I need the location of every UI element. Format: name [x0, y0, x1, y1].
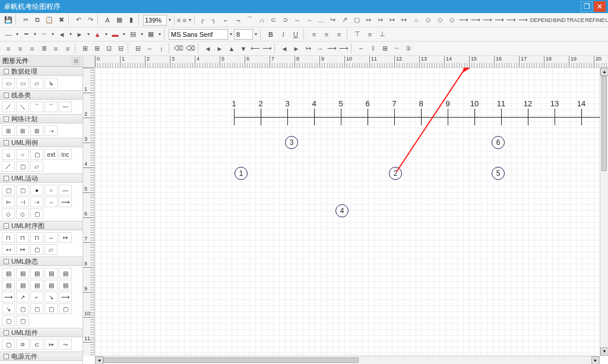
shape-3-2[interactable]: ▢: [30, 149, 43, 160]
zoom-dropdown[interactable]: ▾: [167, 17, 172, 23]
shape-2-3[interactable]: ⇢: [45, 125, 58, 136]
shape-6-0[interactable]: ▤: [2, 268, 15, 278]
sidebar-close-icon[interactable]: ⊠: [72, 57, 80, 65]
shape-2-0[interactable]: ⊞: [2, 125, 15, 136]
arrange-tool-5[interactable]: ≡: [62, 43, 74, 55]
shape-6-21[interactable]: ▢: [16, 315, 29, 326]
undo-button[interactable]: ↶: [72, 14, 84, 26]
zoom-input[interactable]: [143, 15, 167, 26]
shape-6-19[interactable]: ▢: [59, 303, 72, 314]
uml-shape-18-button[interactable]: ○: [410, 14, 422, 26]
shape-3-3[interactable]: ext: [45, 149, 58, 160]
uml-shape-9-button[interactable]: →: [303, 14, 315, 26]
arrange-tool-0[interactable]: ≡: [2, 43, 14, 55]
shape-7-3[interactable]: ↦: [45, 339, 58, 350]
arrange-tool-16[interactable]: ►: [214, 43, 226, 55]
line-color-icon[interactable]: ▬: [109, 29, 121, 40]
expand-icon[interactable]: -: [4, 116, 9, 122]
category-1-header[interactable]: -线条类: [0, 90, 83, 100]
align-left-button[interactable]: ≡: [308, 29, 320, 40]
shape-3-7[interactable]: ▱: [30, 161, 43, 172]
scroll-up-button[interactable]: ▴: [600, 68, 608, 76]
arrange-tool-23[interactable]: ↦: [302, 43, 314, 55]
drawing-canvas[interactable]: 123456789101112131415161234567: [95, 68, 600, 356]
shape-6-8[interactable]: ▤: [45, 280, 58, 290]
expand-icon[interactable]: -: [4, 93, 9, 98]
category-2-header[interactable]: -网络计划: [0, 114, 83, 124]
shape-4-9[interactable]: ⟶: [59, 197, 72, 207]
shape-5-8[interactable]: ▱: [45, 244, 58, 255]
shape-4-7[interactable]: ⇢: [30, 197, 43, 207]
shape-6-9[interactable]: ▤: [59, 280, 72, 290]
shape-5-7[interactable]: ▢: [30, 244, 43, 255]
uml-shape-4-button[interactable]: ⌒: [244, 14, 256, 26]
uml-shape-22-button[interactable]: ⟶: [458, 14, 470, 26]
arrow-start-icon[interactable]: ◄: [56, 29, 68, 40]
shape-0-0[interactable]: ▭: [2, 78, 15, 88]
align-center-button[interactable]: ≡: [321, 29, 332, 40]
uml-shape-11-button[interactable]: ↪: [327, 14, 339, 26]
shape-6-4[interactable]: ▤: [59, 268, 72, 278]
redo-button[interactable]: ↷: [84, 14, 96, 26]
align-right-icon[interactable]: ≡: [182, 14, 186, 26]
expand-icon[interactable]: -: [4, 354, 9, 359]
fill-button[interactable]: ▮: [125, 14, 137, 26]
shape-4-4[interactable]: —: [59, 185, 72, 195]
arrange-tool-12[interactable]: ↕: [156, 43, 167, 55]
uml-shape-14-button[interactable]: ↣: [363, 14, 375, 26]
node-3[interactable]: 3: [285, 136, 298, 149]
arrange-tool-7[interactable]: ⊞: [91, 43, 103, 55]
align-right-button[interactable]: ≡: [333, 29, 345, 40]
shape-1-1[interactable]: ＼: [16, 102, 29, 112]
arrange-tool-31[interactable]: ①: [403, 43, 414, 55]
line-weight-icon[interactable]: ━: [20, 29, 32, 40]
img-button[interactable]: ▦: [113, 14, 125, 26]
uml-shape-24-button[interactable]: ⟶: [482, 14, 493, 26]
scroll-thumb-horizontal[interactable]: [103, 357, 359, 363]
font-name-input[interactable]: [169, 29, 228, 40]
shape-3-4[interactable]: inc: [59, 149, 72, 160]
expand-icon[interactable]: -: [4, 330, 9, 335]
arrange-tool-11[interactable]: ↔: [144, 43, 156, 55]
close-button[interactable]: ✕: [594, 1, 606, 12]
arrange-tool-21[interactable]: ◄: [278, 43, 290, 55]
category-6-header[interactable]: -UML静态: [0, 257, 83, 266]
uml-shape-0-button[interactable]: ╭: [197, 14, 208, 26]
category-4-header[interactable]: -UML活动: [0, 173, 83, 183]
shape-3-6[interactable]: ▢: [16, 161, 29, 172]
shape-5-0[interactable]: ⊓: [2, 232, 15, 243]
scroll-right-button[interactable]: ▸: [591, 356, 600, 364]
uml-shape-2-button[interactable]: ⌐: [220, 14, 232, 26]
shape-5-6[interactable]: ↦: [16, 244, 29, 255]
arrange-tool-10[interactable]: ⊟: [132, 43, 144, 55]
shape-6-6[interactable]: ▤: [16, 280, 29, 290]
arrange-tool-8[interactable]: ⊡: [103, 43, 115, 55]
arrange-tool-26[interactable]: ⟶: [338, 43, 350, 55]
shape-6-20[interactable]: ▢: [2, 315, 15, 326]
arrange-tool-25[interactable]: ⟶: [326, 43, 338, 55]
shape-3-0[interactable]: ☺: [2, 149, 15, 160]
shape-1-0[interactable]: ／: [2, 102, 15, 112]
arrange-tool-28[interactable]: ⦀: [367, 43, 379, 55]
expand-icon[interactable]: -: [4, 223, 9, 229]
ruler-horizontal[interactable]: 0123456789101112131415161718192021: [95, 56, 608, 68]
shape-1-3[interactable]: ⌒: [45, 102, 58, 112]
uml-shape-19-button[interactable]: ◇: [422, 14, 434, 26]
uml-shape-7-button[interactable]: ⊃: [280, 14, 292, 26]
arrange-tool-17[interactable]: ▲: [226, 43, 238, 55]
scroll-thumb-vertical[interactable]: [601, 76, 607, 171]
shape-7-4[interactable]: ⤳: [59, 339, 72, 350]
arrange-tool-19[interactable]: ⟵: [249, 43, 261, 55]
uml-shape-26-button[interactable]: ⟶: [505, 14, 517, 26]
uml-shape-23-button[interactable]: ⟶: [470, 14, 482, 26]
arrange-tool-6[interactable]: ⊞: [79, 43, 91, 55]
arrange-tool-29[interactable]: ⊞: [379, 43, 391, 55]
node-6[interactable]: 6: [492, 136, 505, 149]
shape-4-12[interactable]: ▢: [30, 208, 43, 219]
category-3-header[interactable]: -UML用例: [0, 138, 83, 147]
expand-icon[interactable]: -: [4, 176, 9, 181]
valign-bottom-button[interactable]: ⊥: [376, 29, 388, 40]
arrow-end-icon[interactable]: ►: [74, 29, 86, 40]
arrange-tool-27[interactable]: ~: [355, 43, 367, 55]
shape-0-1[interactable]: ▭: [16, 78, 29, 88]
